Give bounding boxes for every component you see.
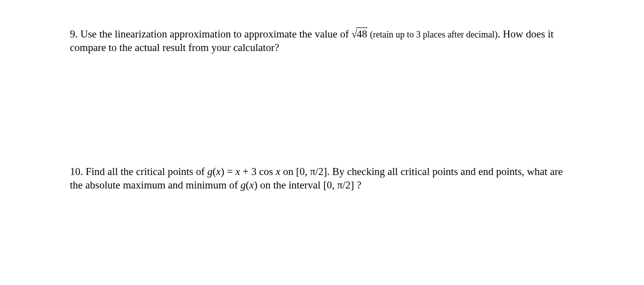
problem-9: 9. Use the linearization approximation t… [70,28,574,55]
function-gx-2: g(x) [241,179,258,191]
close-paren-2: ) [254,179,258,191]
problem-10-text-part1: Find all the critical points of [86,166,208,178]
on-text: on [280,166,296,178]
problem-9-number: 9. [70,28,78,40]
x-letter-2: x [249,179,254,191]
problem-9-paren-note: (retain up to 3 places after decimal) [367,30,497,40]
interval-2: [0, π/2] [323,179,354,191]
problem-10: 10. Find all the critical points of g(x)… [70,165,574,192]
equals-sign: = [224,166,235,178]
problem-10-text-part3: on the interval [258,179,323,191]
open-paren: ( [213,166,216,178]
problem-10-number: 10. [70,166,83,178]
g-letter: g [207,166,213,178]
x-letter: x [216,166,221,178]
sqrt-argument: 48 [356,28,367,40]
problem-9-text-part1: Use the linearization approximation to a… [80,28,351,40]
rhs-x: x [235,166,240,178]
question-mark: ? [354,179,361,191]
function-gx-1: g(x) = x + 3 cos x [207,166,280,178]
sqrt-expression: √48 [351,28,368,40]
g-letter-2: g [241,179,246,191]
interval-1: [0, π/2] [296,166,327,178]
plus-3cos: + 3 cos [240,166,276,178]
